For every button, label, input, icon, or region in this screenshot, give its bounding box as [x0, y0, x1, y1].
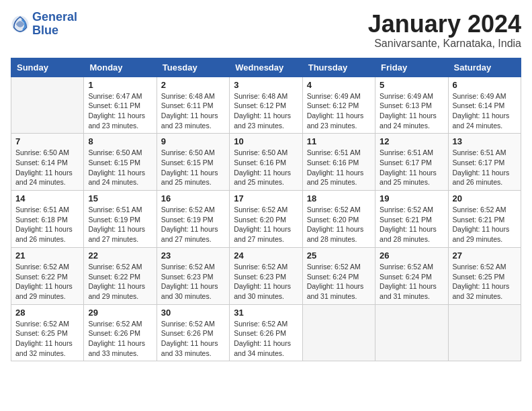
- calendar-cell: 22Sunrise: 6:52 AMSunset: 6:22 PMDayligh…: [84, 247, 157, 304]
- calendar-cell: [375, 304, 448, 361]
- day-info: Sunrise: 6:51 AMSunset: 6:16 PMDaylight:…: [307, 148, 371, 187]
- calendar-week-row: 7Sunrise: 6:50 AMSunset: 6:14 PMDaylight…: [11, 134, 521, 191]
- day-number: 19: [380, 193, 443, 203]
- day-info: Sunrise: 6:52 AMSunset: 6:21 PMDaylight:…: [453, 205, 517, 244]
- day-number: 17: [234, 193, 298, 203]
- day-number: 12: [380, 136, 443, 146]
- calendar-cell: 16Sunrise: 6:52 AMSunset: 6:19 PMDayligh…: [157, 191, 229, 248]
- day-number: 26: [380, 250, 443, 261]
- day-number: 25: [307, 250, 371, 261]
- day-info: Sunrise: 6:47 AMSunset: 6:11 PMDaylight:…: [88, 91, 152, 131]
- day-number: 31: [234, 308, 298, 318]
- calendar-cell: 7Sunrise: 6:50 AMSunset: 6:14 PMDaylight…: [11, 134, 84, 191]
- calendar-cell: 29Sunrise: 6:52 AMSunset: 6:26 PMDayligh…: [84, 304, 157, 361]
- day-info: Sunrise: 6:52 AMSunset: 6:26 PMDaylight:…: [234, 319, 298, 359]
- calendar-cell: 13Sunrise: 6:51 AMSunset: 6:17 PMDayligh…: [448, 134, 521, 191]
- calendar-cell: 8Sunrise: 6:50 AMSunset: 6:15 PMDaylight…: [84, 134, 157, 191]
- calendar-cell: 14Sunrise: 6:51 AMSunset: 6:18 PMDayligh…: [11, 191, 84, 248]
- day-number: 16: [161, 193, 225, 203]
- day-number: 15: [88, 193, 152, 203]
- day-info: Sunrise: 6:51 AMSunset: 6:19 PMDaylight:…: [88, 205, 152, 244]
- day-number: 9: [161, 136, 225, 146]
- calendar-week-row: 14Sunrise: 6:51 AMSunset: 6:18 PMDayligh…: [11, 191, 521, 248]
- calendar-cell: 28Sunrise: 6:52 AMSunset: 6:25 PMDayligh…: [11, 304, 84, 361]
- weekday-header-wednesday: Wednesday: [230, 58, 302, 77]
- weekday-header-monday: Monday: [84, 58, 157, 77]
- calendar-cell: 18Sunrise: 6:52 AMSunset: 6:20 PMDayligh…: [302, 191, 375, 248]
- calendar-cell: [302, 304, 375, 361]
- calendar-subtitle: Sanivarsante, Karnataka, India: [368, 38, 521, 50]
- calendar-week-row: 1Sunrise: 6:47 AMSunset: 6:11 PMDaylight…: [11, 77, 521, 134]
- calendar-cell: 2Sunrise: 6:48 AMSunset: 6:11 PMDaylight…: [157, 77, 229, 134]
- day-number: 20: [453, 193, 517, 203]
- day-number: 2: [161, 80, 225, 90]
- calendar-cell: 30Sunrise: 6:52 AMSunset: 6:26 PMDayligh…: [157, 304, 229, 361]
- day-info: Sunrise: 6:52 AMSunset: 6:22 PMDaylight:…: [15, 262, 79, 302]
- day-info: Sunrise: 6:51 AMSunset: 6:18 PMDaylight:…: [15, 205, 79, 244]
- calendar-cell: [11, 77, 84, 134]
- logo: General Blue: [11, 11, 77, 38]
- calendar-table: SundayMondayTuesdayWednesdayThursdayFrid…: [11, 58, 521, 362]
- day-info: Sunrise: 6:49 AMSunset: 6:13 PMDaylight:…: [380, 91, 443, 131]
- calendar-cell: 4Sunrise: 6:49 AMSunset: 6:12 PMDaylight…: [302, 77, 375, 134]
- day-number: 13: [453, 136, 517, 146]
- weekday-header-tuesday: Tuesday: [157, 58, 229, 77]
- day-number: 18: [307, 193, 371, 203]
- calendar-cell: 26Sunrise: 6:52 AMSunset: 6:24 PMDayligh…: [375, 247, 448, 304]
- weekday-header-sunday: Sunday: [11, 58, 84, 77]
- day-number: 10: [234, 136, 298, 146]
- calendar-title: January 2024: [368, 11, 521, 38]
- day-number: 28: [15, 308, 79, 318]
- calendar-cell: 12Sunrise: 6:51 AMSunset: 6:17 PMDayligh…: [375, 134, 448, 191]
- day-info: Sunrise: 6:52 AMSunset: 6:23 PMDaylight:…: [234, 262, 298, 302]
- day-info: Sunrise: 6:52 AMSunset: 6:20 PMDaylight:…: [307, 205, 371, 244]
- calendar-cell: 11Sunrise: 6:51 AMSunset: 6:16 PMDayligh…: [302, 134, 375, 191]
- day-number: 24: [234, 250, 298, 261]
- logo-icon: [11, 15, 30, 34]
- calendar-cell: 3Sunrise: 6:48 AMSunset: 6:12 PMDaylight…: [230, 77, 302, 134]
- day-info: Sunrise: 6:52 AMSunset: 6:26 PMDaylight:…: [161, 319, 225, 359]
- day-number: 29: [88, 308, 152, 318]
- day-number: 22: [88, 250, 152, 261]
- day-number: 1: [88, 80, 152, 90]
- day-number: 11: [307, 136, 371, 146]
- calendar-cell: 25Sunrise: 6:52 AMSunset: 6:24 PMDayligh…: [302, 247, 375, 304]
- day-number: 23: [161, 250, 225, 261]
- day-number: 5: [380, 80, 443, 90]
- day-info: Sunrise: 6:52 AMSunset: 6:24 PMDaylight:…: [307, 262, 371, 302]
- weekday-header-row: SundayMondayTuesdayWednesdayThursdayFrid…: [11, 58, 521, 77]
- day-info: Sunrise: 6:49 AMSunset: 6:12 PMDaylight:…: [307, 91, 371, 131]
- calendar-cell: 5Sunrise: 6:49 AMSunset: 6:13 PMDaylight…: [375, 77, 448, 134]
- day-info: Sunrise: 6:49 AMSunset: 6:14 PMDaylight:…: [453, 91, 517, 131]
- calendar-cell: 21Sunrise: 6:52 AMSunset: 6:22 PMDayligh…: [11, 247, 84, 304]
- day-info: Sunrise: 6:48 AMSunset: 6:11 PMDaylight:…: [161, 91, 225, 131]
- calendar-cell: 24Sunrise: 6:52 AMSunset: 6:23 PMDayligh…: [230, 247, 302, 304]
- day-info: Sunrise: 6:52 AMSunset: 6:25 PMDaylight:…: [453, 262, 517, 302]
- calendar-week-row: 21Sunrise: 6:52 AMSunset: 6:22 PMDayligh…: [11, 247, 521, 304]
- day-info: Sunrise: 6:50 AMSunset: 6:16 PMDaylight:…: [234, 148, 298, 187]
- title-section: January 2024 Sanivarsante, Karnataka, In…: [368, 11, 521, 50]
- calendar-cell: [448, 304, 521, 361]
- day-info: Sunrise: 6:50 AMSunset: 6:15 PMDaylight:…: [88, 148, 152, 187]
- day-info: Sunrise: 6:52 AMSunset: 6:19 PMDaylight:…: [161, 205, 225, 244]
- calendar-cell: 9Sunrise: 6:50 AMSunset: 6:15 PMDaylight…: [157, 134, 229, 191]
- calendar-cell: 6Sunrise: 6:49 AMSunset: 6:14 PMDaylight…: [448, 77, 521, 134]
- day-number: 8: [88, 136, 152, 146]
- day-info: Sunrise: 6:51 AMSunset: 6:17 PMDaylight:…: [453, 148, 517, 187]
- page-header: General Blue January 2024 Sanivarsante, …: [11, 11, 521, 50]
- weekday-header-friday: Friday: [375, 58, 448, 77]
- day-info: Sunrise: 6:52 AMSunset: 6:22 PMDaylight:…: [88, 262, 152, 302]
- weekday-header-saturday: Saturday: [448, 58, 521, 77]
- day-number: 21: [15, 250, 79, 261]
- day-info: Sunrise: 6:52 AMSunset: 6:23 PMDaylight:…: [161, 262, 225, 302]
- day-info: Sunrise: 6:50 AMSunset: 6:14 PMDaylight:…: [15, 148, 79, 187]
- calendar-cell: 27Sunrise: 6:52 AMSunset: 6:25 PMDayligh…: [448, 247, 521, 304]
- day-number: 3: [234, 80, 298, 90]
- day-info: Sunrise: 6:52 AMSunset: 6:24 PMDaylight:…: [380, 262, 443, 302]
- calendar-cell: 20Sunrise: 6:52 AMSunset: 6:21 PMDayligh…: [448, 191, 521, 248]
- calendar-cell: 15Sunrise: 6:51 AMSunset: 6:19 PMDayligh…: [84, 191, 157, 248]
- day-info: Sunrise: 6:52 AMSunset: 6:26 PMDaylight:…: [88, 319, 152, 359]
- day-info: Sunrise: 6:52 AMSunset: 6:21 PMDaylight:…: [380, 205, 443, 244]
- calendar-cell: 31Sunrise: 6:52 AMSunset: 6:26 PMDayligh…: [230, 304, 302, 361]
- day-number: 7: [15, 136, 79, 146]
